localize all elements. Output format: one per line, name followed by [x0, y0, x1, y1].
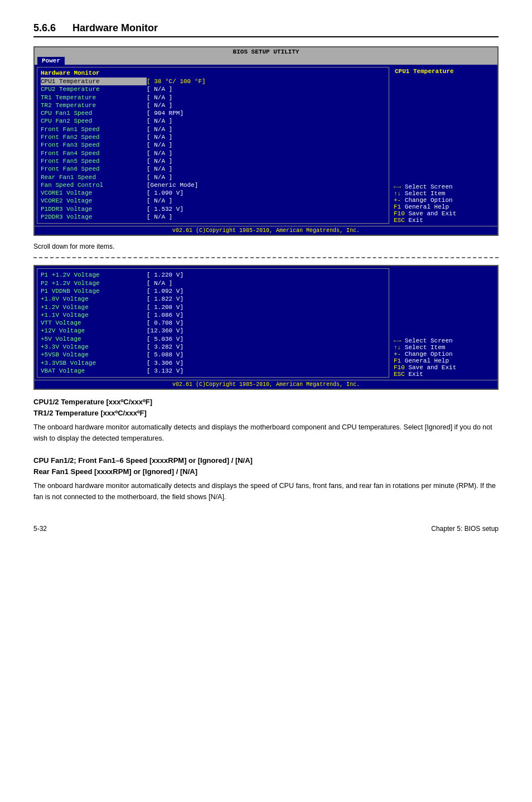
bios-row-value: [ N/A ]	[147, 117, 172, 125]
bios-key-row: +- Change Option	[394, 351, 495, 357]
key-symbol: F10	[394, 210, 405, 217]
bios-row-label: Front Fan5 Speed	[41, 157, 147, 165]
bios-row-value: [ N/A ]	[147, 157, 172, 165]
bios-sidebar-title-1: CPU1 Temperature	[394, 67, 495, 76]
desc-text: The onboard hardware monitor automatical…	[33, 480, 499, 503]
bios-key-row: ←→ Select Screen	[394, 183, 495, 190]
bios1-row: TR1 Temperature[ N/A ]	[41, 94, 385, 102]
bios-row-label: Fan Speed Control	[41, 181, 147, 189]
page-number: 5-32	[33, 525, 47, 533]
descriptions-container: CPU1/2 Temperature [xxxºC/xxxºF]TR1/2 Te…	[33, 397, 499, 503]
bios-row-value: [ 1.822 V]	[147, 295, 183, 303]
bios-row-value: [ 1.086 V]	[147, 311, 183, 319]
bios-row-value: [12.360 V]	[147, 327, 183, 335]
bios-key-row: ←→ Select Screen	[394, 337, 495, 344]
key-symbol: F1	[394, 357, 401, 364]
key-symbol: ↑↓	[394, 190, 401, 197]
bios1-keys: ←→ Select Screen↑↓ Select Item+- Change …	[394, 183, 495, 224]
bios1-row: Front Fan1 Speed[ N/A ]	[41, 125, 385, 133]
bios-key-row: F1 General Help	[394, 357, 495, 364]
bios-row-value: [ N/A ]	[147, 125, 172, 133]
bios-row-value: [ 38 °C/ 100 °F]	[147, 78, 206, 85]
bios-row-label: P2DDR3 Voltage	[41, 213, 147, 221]
bios-main-panel-2: P1 +1.2V Voltage[ 1.220 V]P2 +1.2V Volta…	[37, 268, 389, 378]
bios1-row: Fan Speed Control[Generic Mode]	[41, 181, 385, 189]
bios-row-label: +5V Voltage	[41, 335, 147, 343]
bios-row-label: +3.3VSB Voltage	[41, 359, 147, 367]
bios-row-value: [ N/A ]	[147, 102, 172, 109]
bios2-row: +1.1V Voltage[ 1.086 V]	[41, 311, 385, 319]
bios1-row: CPU Fan1 Speed[ 904 RPM]	[41, 109, 385, 117]
bios1-row: P1DDR3 Voltage[ 1.532 V]	[41, 205, 385, 213]
bios-row-value: [ N/A ]	[147, 141, 172, 149]
bios-key-row: F10 Save and Exit	[394, 210, 495, 217]
bios-row-label: P2 +1.2V Voltage	[41, 279, 147, 287]
bios-row-value: [ 1.208 V]	[147, 303, 183, 311]
bios-row-label: CPU1 Temperature	[41, 78, 147, 85]
bios-row-value: [ N/A ]	[147, 94, 172, 102]
bios-row-label: Front Fan4 Speed	[41, 149, 147, 157]
bios-row-value: [ 1.090 V]	[147, 189, 183, 197]
key-symbol: ↑↓	[394, 344, 401, 351]
bios2-row: +1.8V Voltage[ 1.822 V]	[41, 295, 385, 303]
key-symbol: F1	[394, 204, 401, 210]
bios-row-label: P1 VDDNB Voltage	[41, 287, 147, 295]
bios1-row: CPU Fan2 Speed[ N/A ]	[41, 117, 385, 125]
bios-row-value: [ 0.708 V]	[147, 319, 183, 327]
bios2-row: VTT Voltage[ 0.708 V]	[41, 319, 385, 327]
bios-row-value: [ 5.036 V]	[147, 335, 183, 343]
bios1-row: Rear Fan1 Speed[ N/A ]	[41, 173, 385, 181]
bios-sidebar-1: CPU1 Temperature ←→ Select Screen↑↓ Sele…	[389, 67, 495, 224]
desc-section: CPU Fan1/2; Front Fan1–6 Speed [xxxxRPM]…	[33, 455, 499, 503]
bios-row-label: CPU Fan2 Speed	[41, 117, 147, 125]
bios1-row: VCORE2 Voltage[ N/A ]	[41, 197, 385, 205]
bios-row-label: +12V Voltage	[41, 327, 147, 335]
bios-row-value: [ 5.088 V]	[147, 351, 183, 359]
bios-row-value: [ N/A ]	[147, 279, 172, 287]
bios-row-value: [ 3.132 V]	[147, 367, 183, 375]
bios-row-value: [Generic Mode]	[147, 181, 198, 189]
bios-row-label: TR1 Temperature	[41, 94, 147, 102]
bios-row-label: Front Fan2 Speed	[41, 133, 147, 141]
section-title: 5.6.6 Hardware Monitor	[33, 22, 499, 37]
bios2-row: VBAT Voltage[ 3.132 V]	[41, 367, 385, 375]
bios2-row: P1 +1.2V Voltage[ 1.220 V]	[41, 271, 385, 279]
bios-row-value: [ N/A ]	[147, 173, 172, 181]
bios-row-label: TR2 Temperature	[41, 102, 147, 109]
bios-tab-power-1[interactable]: Power	[37, 56, 65, 65]
bios-key-row: ESC Exit	[394, 217, 495, 224]
bios1-row: Front Fan5 Speed[ N/A ]	[41, 157, 385, 165]
bios1-row: Front Fan4 Speed[ N/A ]	[41, 149, 385, 157]
bios-key-row: F1 General Help	[394, 204, 495, 210]
bios2-row: +5V Voltage[ 5.036 V]	[41, 335, 385, 343]
bios-row-label: CPU2 Temperature	[41, 85, 147, 93]
bios1-row: P2DDR3 Voltage[ N/A ]	[41, 213, 385, 221]
bios-screen-1: BIOS SETUP UTILITY Power Hardware Monito…	[33, 46, 499, 236]
bios2-row: P1 VDDNB Voltage[ 1.092 V]	[41, 287, 385, 295]
bios-row-label: VCORE1 Voltage	[41, 189, 147, 197]
bios-sidebar-2: ←→ Select Screen↑↓ Select Item+- Change …	[389, 268, 495, 378]
bios-row-value: [ N/A ]	[147, 85, 172, 93]
bios1-row: Front Fan3 Speed[ N/A ]	[41, 141, 385, 149]
bios-key-row: +- Change Option	[394, 197, 495, 204]
key-symbol: +-	[394, 351, 401, 357]
bios-footer-2: v02.61 (C)Copyright 1985-2010, American …	[35, 380, 497, 389]
bios-body-2: P1 +1.2V Voltage[ 1.220 V]P2 +1.2V Volta…	[35, 266, 497, 380]
bios1-row: Front Fan2 Speed[ N/A ]	[41, 133, 385, 141]
desc-text: The onboard hardware monitor automatical…	[33, 422, 499, 444]
bios-footer-1: v02.61 (C)Copyright 1985-2010, American …	[35, 226, 497, 235]
desc-heading: CPU1/2 Temperature [xxxºC/xxxºF]TR1/2 Te…	[33, 397, 499, 418]
bios-row-value: [ 3.282 V]	[147, 343, 183, 351]
bios-row-value: [ N/A ]	[147, 213, 172, 221]
key-symbol: ←→	[394, 337, 401, 344]
bios-row-value: [ 904 RPM]	[147, 109, 183, 117]
bios1-row: CPU2 Temperature[ N/A ]	[41, 85, 385, 93]
bios-row-value: [ 1.532 V]	[147, 205, 183, 213]
bios-row-label: P1 +1.2V Voltage	[41, 271, 147, 279]
page-footer: 5-32 Chapter 5: BIOS setup	[33, 525, 499, 533]
bios1-row: TR2 Temperature[ N/A ]	[41, 102, 385, 109]
bios-row-value: [ N/A ]	[147, 133, 172, 141]
bios2-row: +3.3V Voltage[ 3.282 V]	[41, 343, 385, 351]
bios1-row: CPU1 Temperature[ 38 °C/ 100 °F]	[41, 78, 385, 85]
bios-row-label: Front Fan3 Speed	[41, 141, 147, 149]
